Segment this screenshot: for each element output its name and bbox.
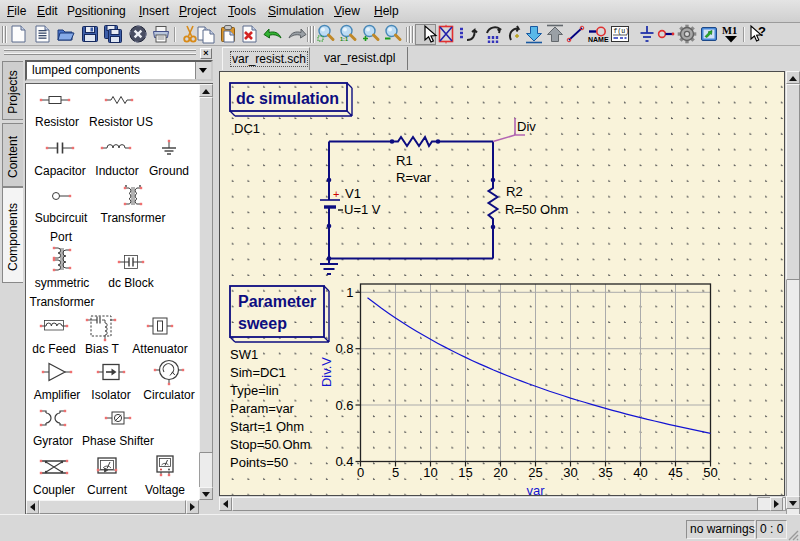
svg-text:Isolator: Isolator [91, 388, 130, 402]
svg-text:50: 50 [703, 465, 717, 480]
svg-text:Transformer: Transformer [30, 295, 95, 309]
svg-text:25: 25 [528, 465, 542, 480]
svg-text:Type=lin: Type=lin [230, 383, 279, 398]
svg-text:Parameter: Parameter [238, 293, 316, 310]
svg-text:+: + [333, 188, 339, 200]
svg-text:5: 5 [392, 465, 399, 480]
svg-text:1: 1 [346, 285, 353, 300]
svg-text:30: 30 [563, 465, 577, 480]
svg-text:0.8: 0.8 [335, 341, 353, 356]
svg-text:dc Block: dc Block [108, 276, 154, 290]
svg-text:20: 20 [493, 465, 507, 480]
svg-text:Attenuator: Attenuator [132, 342, 187, 356]
svg-text:1:1: 1:1 [340, 36, 348, 42]
svg-text:dc Feed: dc Feed [32, 342, 75, 356]
svg-text:M1: M1 [722, 25, 737, 36]
svg-text:dc simulation: dc simulation [236, 90, 339, 107]
svg-text:Div: Div [517, 119, 536, 134]
svg-text:V1: V1 [345, 186, 361, 201]
svg-text:Current: Current [87, 483, 128, 497]
svg-text:U=1 V: U=1 V [344, 202, 381, 217]
svg-text:Capacitor: Capacitor [34, 164, 85, 178]
svg-text:DC1: DC1 [234, 121, 260, 136]
svg-text:Param=var: Param=var [230, 401, 295, 416]
svg-text:Transformer: Transformer [101, 211, 166, 225]
svg-text:0.6: 0.6 [335, 398, 353, 413]
svg-text:Sim=DC1: Sim=DC1 [230, 365, 286, 380]
svg-text:R1: R1 [396, 153, 413, 168]
svg-text:Start=1 Ohm: Start=1 Ohm [230, 419, 304, 434]
svg-text:Inductor: Inductor [95, 164, 138, 178]
svg-text:Voltage: Voltage [145, 483, 185, 497]
svg-text:Subcircuit: Subcircuit [35, 211, 88, 225]
svg-text:0: 0 [357, 465, 364, 480]
svg-text:f(u): f(u) [614, 28, 630, 35]
svg-text:Resistor: Resistor [35, 115, 79, 129]
svg-text:?: ? [758, 24, 766, 39]
svg-text:Bias T: Bias T [85, 342, 119, 356]
svg-text:Points=50: Points=50 [230, 455, 288, 470]
svg-text:Phase Shifter: Phase Shifter [82, 434, 154, 448]
svg-text:Amplifier: Amplifier [34, 388, 81, 402]
svg-text:R=var: R=var [396, 170, 432, 185]
svg-text:sweep: sweep [238, 315, 287, 332]
svg-text:10: 10 [423, 465, 437, 480]
svg-text:Ground: Ground [149, 164, 189, 178]
svg-text:R2: R2 [506, 184, 523, 199]
svg-text:var: var [526, 483, 545, 496]
svg-text:45: 45 [668, 465, 682, 480]
svg-text:15: 15 [458, 465, 472, 480]
svg-text:0.4: 0.4 [335, 454, 353, 469]
svg-text:R=50 Ohm: R=50 Ohm [505, 202, 568, 217]
svg-text:Stop=50 Ohm: Stop=50 Ohm [230, 437, 311, 452]
svg-text:Port: Port [50, 230, 73, 244]
svg-text:Gyrator: Gyrator [33, 434, 73, 448]
svg-text:40: 40 [633, 465, 647, 480]
svg-text:Div.V: Div.V [319, 357, 334, 387]
svg-text:Resistor US: Resistor US [89, 115, 153, 129]
svg-text:SW1: SW1 [230, 347, 258, 362]
svg-text:Coupler: Coupler [33, 483, 75, 497]
svg-text:35: 35 [598, 465, 612, 480]
svg-text:NAME: NAME [588, 36, 609, 43]
svg-text:symmetric: symmetric [35, 276, 90, 290]
svg-text:Circulator: Circulator [143, 388, 194, 402]
